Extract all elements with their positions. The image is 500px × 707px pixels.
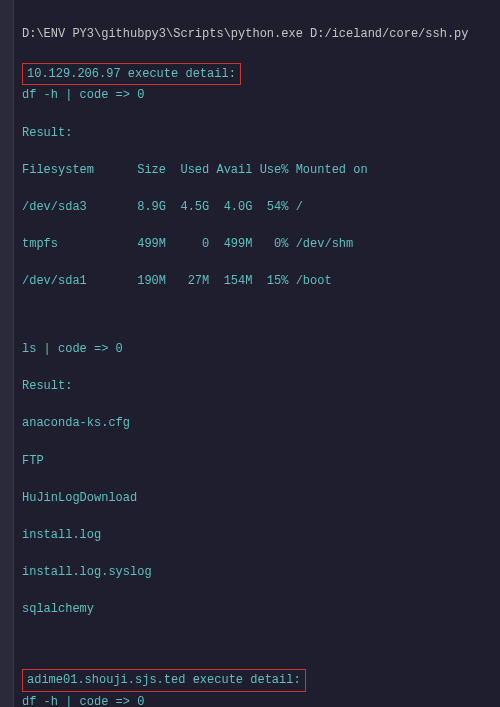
- ls-row: install.log: [22, 526, 490, 545]
- host1-ls-cmd: ls | code => 0: [22, 340, 490, 359]
- host1-df-cmd: df -h | code => 0: [22, 86, 490, 105]
- host2-header-text: adime01.shouji.sjs.ted execute detail:: [27, 673, 301, 687]
- result-label: Result:: [22, 124, 490, 143]
- ls-row: FTP: [22, 452, 490, 471]
- host2-df-cmd: df -h | code => 0: [22, 693, 490, 707]
- df-row: /dev/sda3 8.9G 4.5G 4.0G 54% /: [22, 198, 490, 217]
- df-header: Filesystem Size Used Avail Use% Mounted …: [22, 161, 490, 180]
- ls-row: anaconda-ks.cfg: [22, 414, 490, 433]
- df-row: /dev/sda1 190M 27M 154M 15% /boot: [22, 272, 490, 291]
- ls-row: sqlalchemy: [22, 600, 490, 619]
- ls-row: install.log.syslog: [22, 563, 490, 582]
- host1-header-box: 10.129.206.97 execute detail:: [22, 63, 241, 86]
- host2-header-box: adime01.shouji.sjs.ted execute detail:: [22, 669, 306, 692]
- command-line: D:\ENV PY3\githubpy3\Scripts\python.exe …: [22, 25, 490, 44]
- ls-row: HuJinLogDownload: [22, 489, 490, 508]
- df-row: tmpfs 499M 0 499M 0% /dev/shm: [22, 235, 490, 254]
- host1-header-text: 10.129.206.97 execute detail:: [27, 67, 236, 81]
- editor-gutter: [0, 0, 14, 707]
- terminal-output: D:\ENV PY3\githubpy3\Scripts\python.exe …: [0, 0, 500, 707]
- result-label: Result:: [22, 377, 490, 396]
